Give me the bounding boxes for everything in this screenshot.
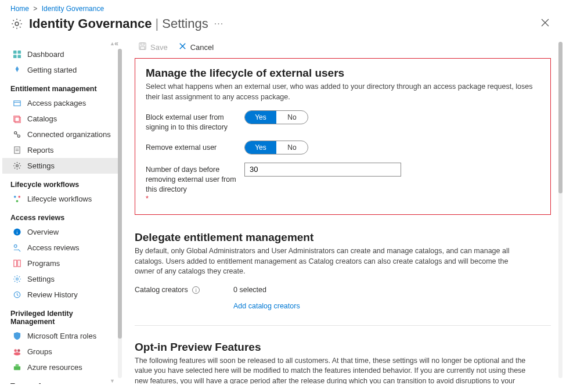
svg-point-26 bbox=[16, 278, 19, 280]
sidebar-item-ar-settings[interactable]: Settings bbox=[2, 271, 122, 287]
days-before-remove-input[interactable] bbox=[244, 163, 401, 177]
svg-point-11 bbox=[15, 132, 17, 134]
remove-user-toggle[interactable]: Yes No bbox=[244, 141, 308, 154]
sidebar-item-reports[interactable]: Reports bbox=[2, 142, 122, 158]
sidebar-header-entitlement: Entitlement management bbox=[2, 81, 122, 95]
svg-rect-25 bbox=[17, 260, 20, 267]
block-signin-label: Block external user from signing in to t… bbox=[146, 110, 244, 132]
sidebar-item-getting-started[interactable]: Getting started bbox=[2, 62, 122, 78]
sidebar-item-catalogs[interactable]: Catalogs bbox=[2, 111, 122, 127]
page-header: Identity Governance | Settings ··· bbox=[0, 15, 566, 38]
content-scrollbar[interactable] bbox=[558, 42, 563, 378]
cancel-button[interactable]: Cancel bbox=[178, 42, 214, 52]
gear-icon bbox=[13, 275, 21, 283]
sidebar-item-dashboard[interactable]: Dashboard bbox=[2, 46, 122, 62]
sidebar-item-groups[interactable]: Groups bbox=[2, 344, 122, 359]
svg-point-20 bbox=[16, 200, 19, 202]
package-icon bbox=[13, 99, 21, 107]
info-icon[interactable]: i bbox=[192, 286, 200, 294]
svg-rect-7 bbox=[14, 101, 20, 106]
groups-icon bbox=[13, 347, 21, 356]
sidebar-scrollbar[interactable] bbox=[118, 49, 122, 378]
sidebar-item-label: Review History bbox=[27, 290, 78, 299]
sidebar-item-label: Getting started bbox=[27, 66, 77, 74]
sidebar-item-review-history[interactable]: Review History bbox=[2, 287, 122, 303]
sidebar: « ▲ Dashboard Getting started Entitlemen… bbox=[0, 38, 122, 384]
svg-rect-34 bbox=[141, 43, 145, 45]
catalog-creators-label: Catalog creators i bbox=[135, 285, 233, 295]
svg-rect-31 bbox=[14, 366, 20, 371]
page-subtitle: Settings bbox=[162, 16, 208, 31]
close-icon bbox=[178, 42, 187, 52]
svg-rect-35 bbox=[140, 46, 145, 49]
toggle-yes[interactable]: Yes bbox=[245, 111, 276, 124]
section-title: Delegate entitlement management bbox=[135, 231, 551, 244]
toolbar: Save Cancel bbox=[135, 38, 551, 58]
programs-icon bbox=[13, 259, 21, 268]
content-pane: Save Cancel Manage the lifecycle of exte… bbox=[122, 38, 566, 384]
svg-rect-6 bbox=[17, 55, 21, 58]
section-description: Select what happens when an external use… bbox=[146, 82, 540, 102]
sidebar-item-label: Connected organizations bbox=[27, 130, 111, 139]
sidebar-item-label: Groups bbox=[27, 347, 52, 356]
section-description: The following features will soon be rele… bbox=[135, 356, 529, 384]
svg-point-19 bbox=[18, 196, 20, 198]
sidebar-item-label: Access reviews bbox=[27, 243, 80, 252]
catalog-icon bbox=[13, 114, 21, 123]
sidebar-item-connected-orgs[interactable]: Connected organizations bbox=[2, 127, 122, 142]
breadcrumb-home[interactable]: Home bbox=[10, 5, 29, 13]
save-button[interactable]: Save bbox=[138, 42, 168, 52]
catalog-creators-value: 0 selected bbox=[233, 286, 266, 294]
section-description: By default, only Global Administrators a… bbox=[135, 246, 529, 277]
sidebar-item-label: Overview bbox=[27, 228, 59, 236]
title-separator: | bbox=[152, 16, 163, 31]
gear-icon bbox=[13, 161, 21, 170]
svg-point-23 bbox=[14, 244, 17, 247]
workflow-icon bbox=[13, 195, 21, 203]
sidebar-header-pim: Privileged Identity Management bbox=[2, 306, 122, 328]
history-icon bbox=[13, 290, 21, 299]
svg-rect-4 bbox=[17, 51, 21, 54]
toggle-no[interactable]: No bbox=[276, 141, 308, 154]
sidebar-item-azure-resources[interactable]: Azure resources bbox=[2, 359, 122, 375]
scroll-up-indicator: ▲ bbox=[2, 41, 122, 46]
shield-icon bbox=[13, 332, 21, 340]
breadcrumb-identity-governance[interactable]: Identity Governance bbox=[42, 5, 104, 13]
sidebar-item-lifecycle-workflows[interactable]: Lifecycle workflows bbox=[2, 191, 122, 207]
sidebar-item-settings[interactable]: Settings bbox=[2, 158, 122, 174]
cancel-label: Cancel bbox=[190, 43, 214, 52]
sidebar-item-entra-roles[interactable]: Microsoft Entra roles bbox=[2, 328, 122, 344]
sidebar-item-programs[interactable]: Programs bbox=[2, 256, 122, 271]
svg-point-29 bbox=[17, 349, 20, 352]
page-title: Identity Governance bbox=[29, 16, 152, 31]
required-indicator: * bbox=[146, 195, 149, 203]
dashboard-icon bbox=[13, 50, 21, 59]
more-actions-button[interactable]: ··· bbox=[208, 19, 223, 29]
sidebar-item-label: Lifecycle workflows bbox=[27, 195, 92, 203]
breadcrumb: Home > Identity Governance bbox=[0, 0, 566, 15]
svg-point-18 bbox=[14, 196, 16, 198]
sidebar-item-label: Azure resources bbox=[27, 363, 82, 372]
svg-point-0 bbox=[15, 22, 19, 26]
toggle-yes[interactable]: Yes bbox=[245, 141, 276, 154]
close-button[interactable] bbox=[540, 18, 550, 30]
sidebar-item-overview[interactable]: i Overview bbox=[2, 224, 122, 240]
remove-user-label: Remove external user bbox=[146, 141, 244, 153]
toggle-no[interactable]: No bbox=[276, 111, 308, 124]
rocket-icon bbox=[13, 66, 21, 74]
block-signin-toggle[interactable]: Yes No bbox=[244, 110, 308, 124]
gear-icon bbox=[10, 17, 23, 30]
add-catalog-creators-link[interactable]: Add catalog creators bbox=[233, 302, 300, 310]
sidebar-item-label: Catalogs bbox=[27, 114, 57, 123]
sidebar-item-access-packages[interactable]: Access packages bbox=[2, 95, 122, 111]
org-icon bbox=[13, 130, 21, 139]
review-icon bbox=[13, 243, 21, 252]
section-title: Opt-in Preview Features bbox=[135, 341, 551, 354]
sidebar-item-label: Reports bbox=[27, 146, 54, 154]
collapse-sidebar-button[interactable]: « bbox=[114, 39, 118, 48]
svg-rect-32 bbox=[16, 364, 19, 367]
preview-features-section: Opt-in Preview Features The following fe… bbox=[135, 341, 551, 384]
lifecycle-external-users-section: Manage the lifecycle of external users S… bbox=[135, 58, 551, 215]
sidebar-item-access-reviews[interactable]: Access reviews bbox=[2, 240, 122, 256]
save-icon bbox=[138, 42, 147, 52]
